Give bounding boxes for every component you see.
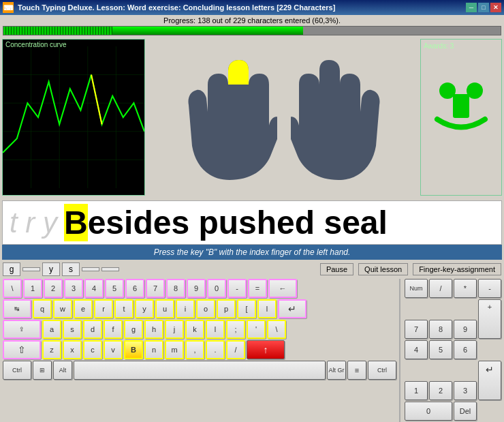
key-quote[interactable]: ' <box>247 320 266 339</box>
progress-text: Progress: 138 out of 229 characters ente… <box>3 16 501 25</box>
key-shift-right[interactable]: ↑ <box>247 340 285 359</box>
quick-keys-row: g y s Pause Quit lesson Finger-key-assig… <box>3 262 501 276</box>
key-alt-gr[interactable]: Alt Gr <box>327 361 346 380</box>
key-1[interactable]: 1 <box>23 279 42 298</box>
numpad-0[interactable]: 0 <box>405 402 452 421</box>
concentration-label: Concentration curve <box>5 41 67 48</box>
numpad-7[interactable]: 7 <box>405 320 428 339</box>
progress-area: Progress: 138 out of 229 characters ente… <box>0 15 504 37</box>
typed-text: t r y <box>10 207 57 239</box>
numpad-2[interactable]: 2 <box>429 381 452 400</box>
key-b[interactable]: B <box>124 340 143 359</box>
key-x[interactable]: x <box>63 340 82 359</box>
quick-key-blank3[interactable] <box>101 267 119 271</box>
key-k[interactable]: k <box>185 320 204 339</box>
key-semicolon[interactable]: ; <box>226 320 245 339</box>
key-win[interactable]: ⊞ <box>33 361 52 380</box>
key-j[interactable]: j <box>165 320 184 339</box>
key-4[interactable]: 4 <box>84 279 104 298</box>
close-button[interactable]: ✕ <box>490 3 501 12</box>
numpad-3[interactable]: 3 <box>454 381 477 400</box>
key-d[interactable]: d <box>83 320 102 339</box>
key-s[interactable]: s <box>63 320 82 339</box>
hands-area <box>148 39 420 198</box>
key-a[interactable]: a <box>42 320 61 339</box>
key-period[interactable]: . <box>206 340 225 359</box>
key-l[interactable]: l <box>206 320 225 339</box>
quit-lesson-button[interactable]: Quit lesson <box>358 263 408 275</box>
finger-key-assignment-button[interactable]: Finger-key-assignment <box>413 263 501 275</box>
quick-key-g[interactable]: g <box>3 262 20 276</box>
quick-key-blank2[interactable] <box>82 267 99 271</box>
key-i[interactable]: i <box>176 299 195 318</box>
key-space[interactable] <box>74 361 326 380</box>
numpad-4[interactable]: 4 <box>405 340 428 359</box>
key-o[interactable]: o <box>196 299 215 318</box>
key-menu[interactable]: ≡ <box>347 361 366 380</box>
key-r[interactable]: r <box>94 299 113 318</box>
numpad-slash[interactable]: / <box>429 279 452 298</box>
numpad-9[interactable]: 9 <box>454 320 477 339</box>
key-t[interactable]: t <box>114 299 133 318</box>
numpad-plus[interactable]: + <box>478 299 501 339</box>
key-e[interactable]: e <box>74 299 93 318</box>
numpad-1[interactable]: 1 <box>405 381 428 400</box>
keyboard-layout: \ 1 2 3 4 5 6 7 8 9 0 - = ← ↹ q w e <box>3 279 501 422</box>
key-equals[interactable]: = <box>248 279 267 298</box>
app-icon: ⌨ <box>3 2 14 13</box>
key-comma[interactable]: , <box>185 340 204 359</box>
key-q[interactable]: q <box>33 299 52 318</box>
key-shift-left[interactable]: ⇧ <box>3 340 41 359</box>
key-backslash-top[interactable]: \ <box>3 279 22 298</box>
numpad-numlock[interactable]: Num <box>405 279 428 298</box>
keyboard-area: g y s Pause Quit lesson Finger-key-assig… <box>0 260 504 422</box>
key-ctrl-right[interactable]: Ctrl <box>368 361 396 380</box>
numpad-row-2: 7 8 9 + <box>405 299 501 339</box>
key-enter[interactable]: ↵ <box>278 299 306 318</box>
key-2[interactable]: 2 <box>44 279 63 298</box>
key-p[interactable]: p <box>217 299 236 318</box>
numpad-5[interactable]: 5 <box>429 340 452 359</box>
key-5[interactable]: 5 <box>105 279 124 298</box>
key-c[interactable]: c <box>83 340 102 359</box>
numpad-enter[interactable]: ↵ <box>478 361 501 400</box>
key-7[interactable]: 7 <box>146 279 165 298</box>
numpad-8[interactable]: 8 <box>429 320 452 339</box>
quick-key-blank1[interactable] <box>22 267 40 271</box>
key-l-right[interactable]: l <box>257 299 277 318</box>
numpad-minus[interactable]: - <box>478 279 501 298</box>
key-9[interactable]: 9 <box>187 279 206 298</box>
quick-key-s[interactable]: s <box>62 262 80 276</box>
key-backslash[interactable]: \ <box>267 320 286 339</box>
maximize-button[interactable]: □ <box>478 3 489 12</box>
key-capslock[interactable]: ⇪ <box>3 320 41 339</box>
key-ctrl-left[interactable]: Ctrl <box>3 361 31 380</box>
key-tab[interactable]: ↹ <box>3 299 31 318</box>
key-w[interactable]: w <box>53 299 72 318</box>
key-slash[interactable]: / <box>226 340 245 359</box>
key-y[interactable]: y <box>135 299 154 318</box>
minimize-button[interactable]: ─ <box>466 3 477 12</box>
key-6[interactable]: 6 <box>125 279 144 298</box>
key-alt-left[interactable]: Alt <box>53 361 72 380</box>
key-bracket-open[interactable]: [ <box>237 299 256 318</box>
key-n[interactable]: n <box>144 340 163 359</box>
key-h[interactable]: h <box>144 320 163 339</box>
key-m[interactable]: m <box>165 340 184 359</box>
pause-button[interactable]: Pause <box>320 263 353 275</box>
numpad-del[interactable]: Del <box>454 402 477 421</box>
key-v[interactable]: v <box>104 340 123 359</box>
key-f[interactable]: f <box>104 320 123 339</box>
key-g[interactable]: g <box>124 320 143 339</box>
key-8[interactable]: 8 <box>166 279 185 298</box>
key-minus[interactable]: - <box>227 279 247 298</box>
quick-key-y[interactable]: y <box>42 262 60 276</box>
key-u[interactable]: u <box>155 299 174 318</box>
numpad-6[interactable]: 6 <box>454 340 477 359</box>
key-backspace[interactable]: ← <box>268 279 297 298</box>
numpad-asterisk[interactable]: * <box>454 279 477 298</box>
key-z[interactable]: z <box>42 340 61 359</box>
key-0[interactable]: 0 <box>207 279 226 298</box>
keyboard-row-zxcv: ⇧ z x c v B n m , . / ↑ <box>3 340 396 359</box>
key-3[interactable]: 3 <box>64 279 83 298</box>
